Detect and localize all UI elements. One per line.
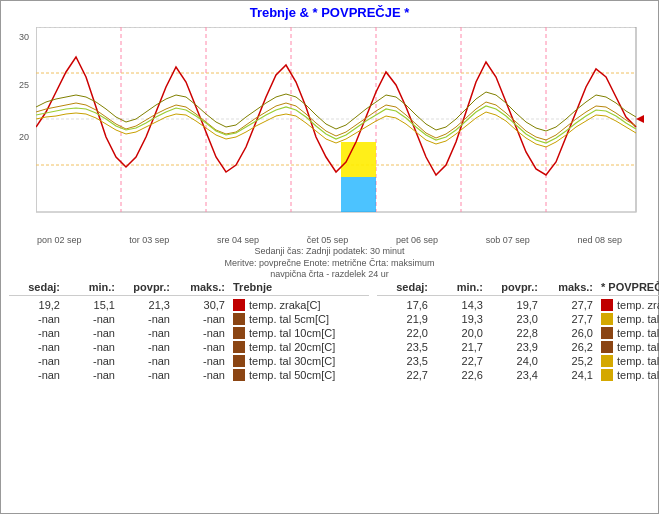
cell-min: 22,7 xyxy=(432,355,487,367)
cell-label: temp. zraka[C] xyxy=(597,299,659,311)
table-row: -nan -nan -nan -nan temp. tal 20cm[C] xyxy=(9,340,369,354)
col-name-1: Trebnje xyxy=(229,281,369,293)
cell-min: 15,1 xyxy=(64,299,119,311)
color-indicator xyxy=(601,299,613,311)
cell-label: temp. tal 20cm[C] xyxy=(597,341,659,353)
cell-sedaj: 22,0 xyxy=(377,327,432,339)
cell-sedaj: -nan xyxy=(9,327,64,339)
cell-povpr: 23,4 xyxy=(487,369,542,381)
chart-sub-0: Sedanji čas: Zadnji podatek: 30 minut xyxy=(1,245,658,257)
cell-sedaj: 19,2 xyxy=(9,299,64,311)
cell-maks: -nan xyxy=(174,313,229,325)
cell-povpr: 24,0 xyxy=(487,355,542,367)
col-min-1: min.: xyxy=(64,281,119,293)
cell-label: temp. tal 10cm[C] xyxy=(229,327,369,339)
y-label-30: 30 xyxy=(19,32,29,42)
cell-povpr: 22,8 xyxy=(487,327,542,339)
cell-min: 22,6 xyxy=(432,369,487,381)
color-indicator xyxy=(601,327,613,339)
povprecje-header: sedaj: min.: povpr.: maks.: * POVPREČJE … xyxy=(377,281,659,296)
color-indicator xyxy=(601,355,613,367)
cell-sedaj: -nan xyxy=(9,369,64,381)
color-indicator xyxy=(233,313,245,325)
main-container: Trebnje & * POVPREČJE * www.si-vreme.com… xyxy=(0,0,659,514)
cell-maks: 25,2 xyxy=(542,355,597,367)
povprecje-rows: 17,6 14,3 19,7 27,7 temp. zraka[C] 21,9 … xyxy=(377,298,659,382)
cell-label: temp. tal 10cm[C] xyxy=(597,327,659,339)
cell-povpr: 19,7 xyxy=(487,299,542,311)
povprecje-section: sedaj: min.: povpr.: maks.: * POVPREČJE … xyxy=(377,281,659,513)
cell-sedaj: 23,5 xyxy=(377,341,432,353)
table-row: 22,7 22,6 23,4 24,1 temp. tal 50cm[C] xyxy=(377,368,659,382)
cell-maks: -nan xyxy=(174,341,229,353)
cell-sedaj: -nan xyxy=(9,313,64,325)
table-row: 23,5 22,7 24,0 25,2 temp. tal 30cm[C] xyxy=(377,354,659,368)
table-row: 21,9 19,3 23,0 27,7 temp. tal 5cm[C] xyxy=(377,312,659,326)
cell-maks: 27,7 xyxy=(542,299,597,311)
cell-sedaj: -nan xyxy=(9,341,64,353)
table-row: -nan -nan -nan -nan temp. tal 30cm[C] xyxy=(9,354,369,368)
color-indicator xyxy=(233,341,245,353)
chart-svg xyxy=(36,27,656,227)
chart-sub-2: navpična črta - razdelek 24 ur xyxy=(1,269,658,281)
cell-sedaj: 21,9 xyxy=(377,313,432,325)
col-maks-1: maks.: xyxy=(174,281,229,293)
col-min-2: min.: xyxy=(432,281,487,293)
table-row: 22,0 20,0 22,8 26,0 temp. tal 10cm[C] xyxy=(377,326,659,340)
cell-min: 19,3 xyxy=(432,313,487,325)
trebnje-header: sedaj: min.: povpr.: maks.: Trebnje xyxy=(9,281,369,296)
y-label-20: 20 xyxy=(19,132,29,142)
col-sedaj-2: sedaj: xyxy=(377,281,432,293)
cell-povpr: -nan xyxy=(119,369,174,381)
trebnje-rows: 19,2 15,1 21,3 30,7 temp. zraka[C] -nan … xyxy=(9,298,369,382)
cell-label: temp. tal 30cm[C] xyxy=(229,355,369,367)
col-povpr-1: povpr.: xyxy=(119,281,174,293)
color-indicator xyxy=(601,313,613,325)
color-indicator xyxy=(233,327,245,339)
cell-min: -nan xyxy=(64,341,119,353)
col-name-2: * POVPREČJE * xyxy=(597,281,659,293)
table-row: -nan -nan -nan -nan temp. tal 10cm[C] xyxy=(9,326,369,340)
cell-label: temp. tal 30cm[C] xyxy=(597,355,659,367)
table-row: -nan -nan -nan -nan temp. tal 5cm[C] xyxy=(9,312,369,326)
table-row: -nan -nan -nan -nan temp. tal 50cm[C] xyxy=(9,368,369,382)
trebnje-section: sedaj: min.: povpr.: maks.: Trebnje 19,2… xyxy=(9,281,369,513)
cell-label: temp. tal 5cm[C] xyxy=(597,313,659,325)
cell-label: temp. zraka[C] xyxy=(229,299,369,311)
cell-min: 14,3 xyxy=(432,299,487,311)
cell-sedaj: 23,5 xyxy=(377,355,432,367)
cell-label: temp. tal 20cm[C] xyxy=(229,341,369,353)
cell-povpr: -nan xyxy=(119,355,174,367)
color-indicator xyxy=(233,299,245,311)
color-indicator xyxy=(233,369,245,381)
cell-label: temp. tal 50cm[C] xyxy=(229,369,369,381)
chart-area: www.si-vreme.com 30 25 20 xyxy=(1,22,659,237)
chart-sub-1: Meritve: povprečne Enote: metrične Črta:… xyxy=(1,257,658,269)
color-indicator xyxy=(601,341,613,353)
cell-min: -nan xyxy=(64,327,119,339)
cell-povpr: -nan xyxy=(119,327,174,339)
cell-maks: -nan xyxy=(174,355,229,367)
cell-label: temp. tal 5cm[C] xyxy=(229,313,369,325)
color-indicator xyxy=(233,355,245,367)
cell-sedaj: 22,7 xyxy=(377,369,432,381)
cell-min: 21,7 xyxy=(432,341,487,353)
cell-maks: 24,1 xyxy=(542,369,597,381)
cell-min: -nan xyxy=(64,355,119,367)
cell-maks: 30,7 xyxy=(174,299,229,311)
cell-maks: 26,2 xyxy=(542,341,597,353)
col-sedaj-1: sedaj: xyxy=(9,281,64,293)
cell-sedaj: 17,6 xyxy=(377,299,432,311)
cell-maks: 26,0 xyxy=(542,327,597,339)
cell-povpr: 21,3 xyxy=(119,299,174,311)
cell-povpr: 23,0 xyxy=(487,313,542,325)
cell-maks: 27,7 xyxy=(542,313,597,325)
svg-marker-14 xyxy=(636,115,644,123)
table-row: 19,2 15,1 21,3 30,7 temp. zraka[C] xyxy=(9,298,369,312)
cell-povpr: 23,9 xyxy=(487,341,542,353)
table-row: 17,6 14,3 19,7 27,7 temp. zraka[C] xyxy=(377,298,659,312)
cell-min: 20,0 xyxy=(432,327,487,339)
data-sections: sedaj: min.: povpr.: maks.: Trebnje 19,2… xyxy=(1,281,658,513)
cell-maks: -nan xyxy=(174,327,229,339)
cell-sedaj: -nan xyxy=(9,355,64,367)
